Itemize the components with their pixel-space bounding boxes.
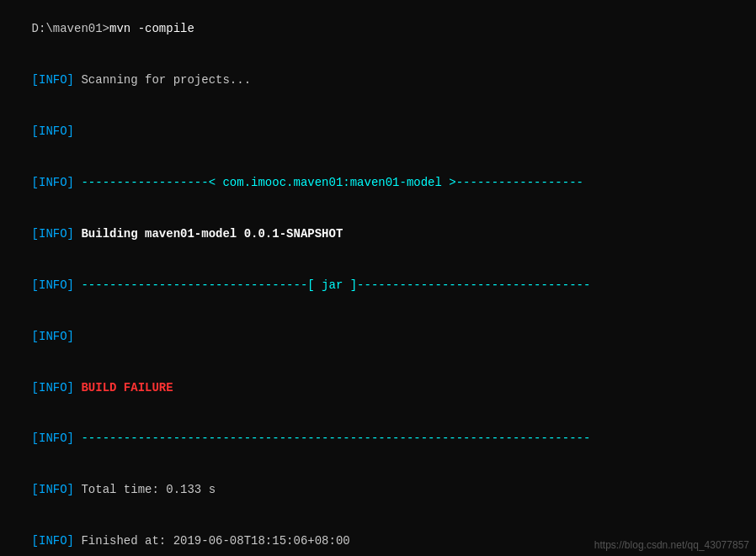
terminal-line-3: [INFO] [0, 106, 756, 157]
info-tag-4: [INFO] [32, 176, 74, 189]
info-tag-7: [INFO] [32, 330, 74, 343]
info-text-6: --------------------------------[ jar ]-… [74, 278, 590, 292]
info-tag-9: [INFO] [32, 432, 74, 445]
prompt-1: D:\maven01> [32, 22, 109, 35]
info-text-9: ----------------------------------------… [74, 432, 590, 445]
cmd-1: mvn -compile [109, 22, 194, 35]
terminal-line-10: [INFO] Total time: 0.133 s [0, 464, 756, 516]
watermark: https://blog.csdn.net/qq_43077857 [594, 539, 749, 551]
info-tag-10: [INFO] [32, 483, 74, 496]
terminal-line-4: [INFO] ------------------< com.imooc.mav… [0, 157, 756, 209]
info-text-5: Building maven01-model 0.0.1-SNAPSHOT [74, 227, 343, 241]
terminal-line-5: [INFO] Building maven01-model 0.0.1-SNAP… [0, 209, 756, 260]
terminal-line-1: D:\maven01>mvn -compile [0, 3, 756, 55]
info-tag-6: [INFO] [32, 278, 74, 292]
terminal-line-8: [INFO] BUILD FAILURE [0, 362, 756, 413]
info-tag-2: [INFO] [32, 73, 74, 87]
info-text-11: Finished at: 2019-06-08T18:15:06+08:00 [74, 534, 350, 548]
info-tag-8: [INFO] [32, 381, 74, 394]
info-tag-5: [INFO] [32, 227, 74, 241]
terminal-line-6: [INFO] --------------------------------[… [0, 259, 756, 310]
terminal-line-2: [INFO] Scanning for projects... [0, 55, 756, 106]
info-tag-3: [INFO] [32, 124, 74, 138]
build-failure-text: BUILD FAILURE [74, 381, 173, 394]
info-tag-11: [INFO] [32, 534, 74, 548]
info-text-10: Total time: 0.133 s [74, 483, 216, 496]
info-text-4: ------------------< com.imooc.maven01:ma… [74, 176, 583, 189]
terminal-line-7: [INFO] [0, 310, 756, 362]
info-text-2: Scanning for projects... [74, 73, 251, 87]
terminal-window: D:\maven01>mvn -compile [INFO] Scanning … [0, 0, 756, 556]
terminal-line-9: [INFO] ---------------------------------… [0, 413, 756, 464]
